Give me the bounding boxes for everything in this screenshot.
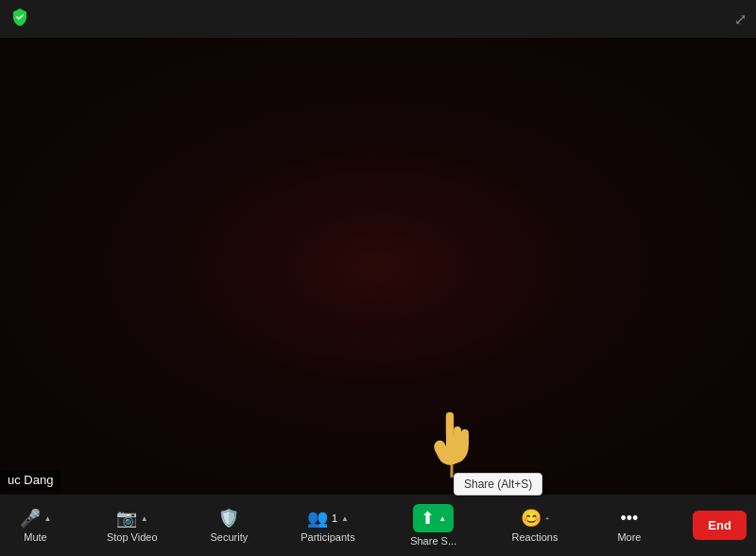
participants-count-badge: 1 [332, 513, 337, 524]
reactions-label: Reactions [512, 531, 558, 543]
participants-label: Participants [301, 531, 354, 543]
stop-video-button[interactable]: 📷 ▲ Stop Video [99, 503, 165, 547]
top-bar: ⤢ [0, 0, 756, 38]
share-tooltip: Share (Alt+S) [454, 473, 542, 495]
end-button[interactable]: End [693, 511, 747, 540]
share-screen-button[interactable]: ⬆ ▲ Share S... [401, 500, 467, 550]
video-chevron-icon[interactable]: ▲ [141, 514, 148, 523]
security-label: Security [211, 531, 249, 543]
mute-chevron-icon[interactable]: ▲ [44, 514, 52, 523]
more-button[interactable]: ••• More [603, 504, 655, 547]
reactions-button[interactable]: 😊 + Reactions [505, 503, 566, 547]
reactions-chevron-icon[interactable]: + [545, 514, 550, 523]
zoom-shield-icon [9, 7, 30, 31]
share-upload-icon: ⬆ [421, 508, 435, 529]
security-shield-icon: 🛡️ [218, 508, 239, 529]
expand-icon[interactable]: ⤢ [734, 10, 747, 28]
video-area [0, 38, 756, 495]
participants-icon: 👥 [307, 508, 328, 529]
participant-name-label: uc Dang [0, 470, 60, 490]
microphone-icon: 🎤 [20, 508, 41, 529]
security-button[interactable]: 🛡️ Security [203, 503, 256, 547]
share-screen-label: Share S... [410, 535, 456, 547]
mute-button[interactable]: 🎤 ▲ Mute [9, 503, 61, 547]
share-chevron-icon[interactable]: ▲ [438, 514, 446, 523]
reactions-emoji-icon: 😊 [521, 508, 541, 529]
toolbar: 🎤 ▲ Mute 📷 ▲ Stop Video 🛡️ Security 👥 1 … [0, 495, 756, 556]
participants-button[interactable]: 👥 1 ▲ Participants [293, 503, 362, 547]
participants-chevron-icon[interactable]: ▲ [341, 514, 349, 523]
mute-label: Mute [24, 531, 46, 543]
stop-video-label: Stop Video [107, 531, 158, 543]
more-label: More [617, 531, 641, 543]
more-dots-icon: ••• [620, 509, 638, 529]
camera-icon: 📷 [116, 508, 137, 529]
